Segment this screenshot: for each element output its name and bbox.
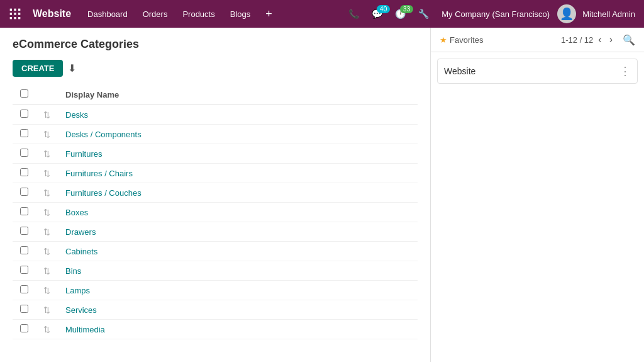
row-checkbox[interactable] [13,144,36,164]
drag-handle[interactable]: ⇅ [36,242,58,261]
settings-icon: 🔧 [418,9,429,19]
star-icon: ★ [440,35,447,45]
clock-badge: 33 [400,5,413,13]
table-row[interactable]: ⇅ Desks [13,105,418,125]
categories-table-container: Display Name ⇅ Desks ⇅ Desks / Component… [13,84,418,339]
toolbar: CREATE ⬇ [13,60,418,77]
page-title: eCommerce Categories [13,38,418,51]
svg-rect-4 [14,13,16,14]
search-icon-btn[interactable]: 🔍 [623,34,635,46]
row-display-name[interactable]: Furnitures / Chairs [58,164,418,183]
drag-handle[interactable]: ⇅ [36,261,58,281]
download-button[interactable]: ⬇ [68,62,76,74]
svg-rect-6 [10,17,12,19]
row-display-name[interactable]: Boxes [58,203,418,222]
drag-handle[interactable]: ⇅ [36,183,58,203]
table-row[interactable]: ⇅ Furnitures / Chairs [13,164,418,183]
company-name[interactable]: My Company (San Francisco) [436,9,555,19]
website-options-button[interactable]: ⋮ [619,64,631,78]
table-row[interactable]: ⇅ Cabinets [13,242,418,261]
row-checkbox[interactable] [13,320,36,339]
table-row[interactable]: ⇅ Services [13,300,418,320]
table-row[interactable]: ⇅ Bins [13,261,418,281]
drag-handle[interactable]: ⇅ [36,300,58,320]
right-panel: ★ Favorites 1-12 / 12 ‹ › 🔍 Website ⋮ [430,28,644,362]
table-row[interactable]: ⇅ Furnitures [13,144,418,164]
drag-handle[interactable]: ⇅ [36,164,58,183]
row-display-name[interactable]: Desks [58,105,418,125]
chat-icon-btn[interactable]: 💬 40 [367,6,387,21]
row-checkbox[interactable] [13,261,36,281]
user-name[interactable]: Mitchell Admin [579,9,639,19]
table-row[interactable]: ⇅ Multimedia [13,320,418,339]
select-all-checkbox[interactable] [20,89,28,98]
row-checkbox[interactable] [13,281,36,300]
table-row[interactable]: ⇅ Boxes [13,203,418,222]
drag-handle[interactable]: ⇅ [36,144,58,164]
row-display-name[interactable]: Bins [58,261,418,281]
svg-rect-8 [18,17,20,19]
row-checkbox[interactable] [13,164,36,183]
svg-rect-7 [14,17,16,19]
website-name: Website [444,66,475,76]
nav-dashboard[interactable]: Dashboard [81,6,134,23]
row-checkbox[interactable] [13,125,36,144]
drag-handle[interactable]: ⇅ [36,320,58,339]
col-display-name: Display Name [58,84,418,105]
pagination-info: 1-12 / 12 [561,35,593,45]
row-checkbox[interactable] [13,105,36,125]
brand-name[interactable]: Website [28,8,76,20]
svg-rect-0 [10,9,12,11]
prev-page-button[interactable]: ‹ [596,33,604,47]
grid-icon[interactable] [5,4,25,24]
phone-icon: 📞 [348,9,359,19]
nav-plus-button[interactable]: + [259,5,279,23]
row-checkbox[interactable] [13,183,36,203]
website-item: Website ⋮ [437,59,638,84]
main-content: eCommerce Categories CREATE ⬇ Display Na… [0,28,430,362]
row-display-name[interactable]: Furnitures / Couches [58,183,418,203]
svg-rect-2 [18,9,20,11]
row-display-name[interactable]: Drawers [58,222,418,242]
nav-orders[interactable]: Orders [136,6,174,23]
create-button[interactable]: CREATE [13,60,63,77]
nav-blogs[interactable]: Blogs [224,6,257,23]
table-row[interactable]: ⇅ Drawers [13,222,418,242]
row-display-name[interactable]: Lamps [58,281,418,300]
phone-icon-btn[interactable]: 📞 [343,6,364,21]
right-panel-header: ★ Favorites 1-12 / 12 ‹ › 🔍 [431,28,644,52]
drag-handle[interactable]: ⇅ [36,125,58,144]
favorites-label[interactable]: ★ Favorites [440,35,483,45]
row-checkbox[interactable] [13,222,36,242]
top-navigation: Website Dashboard Orders Products Blogs … [0,0,644,28]
row-checkbox[interactable] [13,203,36,222]
row-checkbox[interactable] [13,242,36,261]
svg-rect-3 [10,13,12,14]
user-avatar[interactable]: 👤 [557,4,576,23]
right-panel-body: Website ⋮ [431,52,644,90]
drag-handle[interactable]: ⇅ [36,105,58,125]
drag-handle[interactable]: ⇅ [36,203,58,222]
categories-table: Display Name ⇅ Desks ⇅ Desks / Component… [13,84,418,339]
row-display-name[interactable]: Cabinets [58,242,418,261]
row-checkbox[interactable] [13,300,36,320]
drag-handle[interactable]: ⇅ [36,281,58,300]
table-row[interactable]: ⇅ Furnitures / Couches [13,183,418,203]
row-display-name[interactable]: Desks / Components [58,125,418,144]
row-display-name[interactable]: Furnitures [58,144,418,164]
next-page-button[interactable]: › [607,33,615,47]
drag-handle[interactable]: ⇅ [36,222,58,242]
clock-icon-btn[interactable]: 🕐 33 [390,6,411,21]
page-body: eCommerce Categories CREATE ⬇ Display Na… [0,28,644,362]
svg-rect-5 [18,13,20,14]
table-row[interactable]: ⇅ Lamps [13,281,418,300]
svg-rect-1 [14,9,16,11]
nav-products[interactable]: Products [176,6,221,23]
row-display-name[interactable]: Services [58,300,418,320]
settings-icon-btn[interactable]: 🔧 [413,6,434,21]
table-row[interactable]: ⇅ Desks / Components [13,125,418,144]
chat-badge: 40 [377,5,390,13]
row-display-name[interactable]: Multimedia [58,320,418,339]
